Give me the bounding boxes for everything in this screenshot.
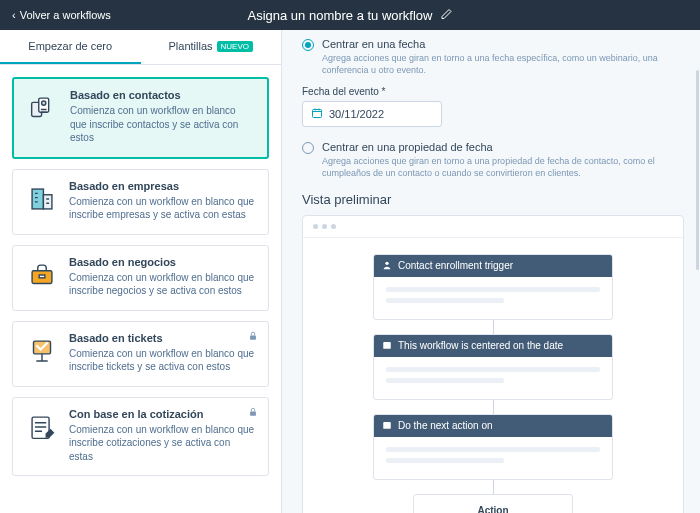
card-body: Basado en contactosComienza con un workf… bbox=[70, 89, 255, 145]
left-sidebar: Empezar de cero Plantillas NUEVO Basado … bbox=[0, 30, 282, 513]
svg-rect-11 bbox=[313, 110, 322, 118]
placeholder-line bbox=[386, 367, 600, 372]
card-title: Basado en negocios bbox=[69, 256, 256, 268]
calendar-icon bbox=[382, 420, 392, 432]
node-enrollment-title: Contact enrollment trigger bbox=[398, 260, 513, 271]
card-desc: Comienza con un workflow en blanco que i… bbox=[69, 195, 256, 222]
event-date-field: Fecha del evento * 30/11/2022 bbox=[302, 86, 684, 127]
page-title: Asigna un nombre a tu workflow bbox=[248, 8, 433, 23]
event-date-value: 30/11/2022 bbox=[329, 108, 384, 120]
connector bbox=[493, 320, 494, 334]
node-action: Action bbox=[413, 494, 573, 513]
card-title: Con base en la cotización bbox=[69, 408, 256, 420]
node-centered-date-header: This workflow is centered on the date bbox=[374, 335, 612, 357]
card-icon bbox=[25, 258, 59, 292]
card-list: Basado en contactosComienza con un workf… bbox=[0, 65, 281, 488]
tab-templates[interactable]: Plantillas NUEVO bbox=[141, 30, 282, 64]
card-desc: Comienza con un workflow en blanco que i… bbox=[69, 423, 256, 464]
radio-center-prop-label: Centrar en una propiedad de fecha bbox=[322, 141, 493, 153]
preview-toolbar bbox=[303, 216, 683, 238]
node-body bbox=[374, 437, 612, 479]
option-center-prop[interactable]: Centrar en una propiedad de fecha bbox=[302, 141, 684, 154]
event-date-label: Fecha del evento * bbox=[302, 86, 684, 97]
node-next-action-header: Do the next action on bbox=[374, 415, 612, 437]
radio-center-prop[interactable] bbox=[302, 142, 314, 154]
top-bar: ‹ Volver a workflows Asigna un nombre a … bbox=[0, 0, 700, 30]
svg-rect-3 bbox=[32, 189, 43, 209]
placeholder-line bbox=[386, 287, 600, 292]
card-body: Basado en ticketsComienza con un workflo… bbox=[69, 332, 256, 374]
tab-scratch-label: Empezar de cero bbox=[28, 40, 112, 52]
node-action-title: Action bbox=[426, 505, 560, 513]
back-link[interactable]: ‹ Volver a workflows bbox=[12, 9, 111, 21]
preview-box: Contact enrollment trigger This workflow… bbox=[302, 215, 684, 513]
node-centered-date-title: This workflow is centered on the date bbox=[398, 340, 563, 351]
svg-rect-13 bbox=[383, 342, 391, 349]
svg-rect-8 bbox=[250, 335, 256, 339]
tab-templates-label: Plantillas bbox=[169, 40, 213, 52]
workflow-type-card[interactable]: Con base en la cotizaciónComienza con un… bbox=[12, 397, 269, 477]
event-date-input[interactable]: 30/11/2022 bbox=[302, 101, 442, 127]
svg-point-12 bbox=[385, 261, 388, 264]
radio-center-date[interactable] bbox=[302, 39, 314, 51]
lock-icon bbox=[248, 330, 258, 344]
node-next-action-title: Do the next action on bbox=[398, 420, 493, 431]
workflow-type-card[interactable]: Basado en empresasComienza con un workfl… bbox=[12, 169, 269, 235]
card-title: Basado en contactos bbox=[70, 89, 255, 101]
person-icon bbox=[382, 260, 392, 272]
card-icon bbox=[25, 182, 59, 216]
lock-icon bbox=[248, 406, 258, 420]
left-tabs: Empezar de cero Plantillas NUEVO bbox=[0, 30, 281, 65]
scrollbar[interactable] bbox=[696, 70, 699, 270]
tab-scratch[interactable]: Empezar de cero bbox=[0, 30, 141, 64]
card-desc: Comienza con un workflow en blanco que i… bbox=[69, 271, 256, 298]
chevron-left-icon: ‹ bbox=[12, 9, 16, 21]
node-body bbox=[374, 277, 612, 319]
svg-rect-14 bbox=[383, 422, 391, 429]
right-panel: Centrar en una fecha Agrega acciones que… bbox=[282, 30, 700, 513]
placeholder-line bbox=[386, 378, 504, 383]
card-icon bbox=[25, 334, 59, 368]
node-next-action: Do the next action on bbox=[373, 414, 613, 480]
radio-center-date-help: Agrega acciones que giran en torno a una… bbox=[322, 53, 684, 76]
title-wrap: Asigna un nombre a tu workflow bbox=[248, 8, 453, 23]
workflow-type-card[interactable]: Basado en negociosComienza con un workfl… bbox=[12, 245, 269, 311]
preview-title: Vista preliminar bbox=[302, 192, 684, 207]
workflow-type-card[interactable]: Basado en ticketsComienza con un workflo… bbox=[12, 321, 269, 387]
badge-new: NUEVO bbox=[217, 41, 253, 52]
card-icon bbox=[25, 410, 59, 444]
card-body: Basado en negociosComienza con un workfl… bbox=[69, 256, 256, 298]
window-dot bbox=[331, 224, 336, 229]
calendar-icon bbox=[382, 340, 392, 352]
workflow-type-card[interactable]: Basado en contactosComienza con un workf… bbox=[12, 77, 269, 159]
svg-rect-6 bbox=[39, 275, 45, 278]
card-desc: Comienza con un workflow en blanco que i… bbox=[70, 104, 255, 145]
connector bbox=[493, 480, 494, 494]
svg-rect-4 bbox=[43, 194, 52, 208]
node-enrollment: Contact enrollment trigger bbox=[373, 254, 613, 320]
calendar-icon bbox=[311, 107, 323, 121]
placeholder-line bbox=[386, 298, 504, 303]
card-title: Basado en tickets bbox=[69, 332, 256, 344]
node-centered-date: This workflow is centered on the date bbox=[373, 334, 613, 400]
svg-point-2 bbox=[42, 101, 46, 105]
card-icon bbox=[26, 91, 60, 125]
radio-center-prop-help: Agrega acciones que giran en torno a una… bbox=[322, 156, 684, 179]
card-body: Basado en empresasComienza con un workfl… bbox=[69, 180, 256, 222]
radio-center-date-label: Centrar en una fecha bbox=[322, 38, 425, 50]
node-enrollment-header: Contact enrollment trigger bbox=[374, 255, 612, 277]
node-body bbox=[374, 357, 612, 399]
window-dot bbox=[322, 224, 327, 229]
window-dot bbox=[313, 224, 318, 229]
preview-canvas: Contact enrollment trigger This workflow… bbox=[303, 238, 683, 513]
option-center-date[interactable]: Centrar en una fecha bbox=[302, 38, 684, 51]
svg-rect-10 bbox=[250, 411, 256, 415]
card-body: Con base en la cotizaciónComienza con un… bbox=[69, 408, 256, 464]
placeholder-line bbox=[386, 447, 600, 452]
connector bbox=[493, 400, 494, 414]
back-label: Volver a workflows bbox=[20, 9, 111, 21]
edit-title-icon[interactable] bbox=[440, 8, 452, 23]
card-desc: Comienza con un workflow en blanco que i… bbox=[69, 347, 256, 374]
placeholder-line bbox=[386, 458, 504, 463]
card-title: Basado en empresas bbox=[69, 180, 256, 192]
